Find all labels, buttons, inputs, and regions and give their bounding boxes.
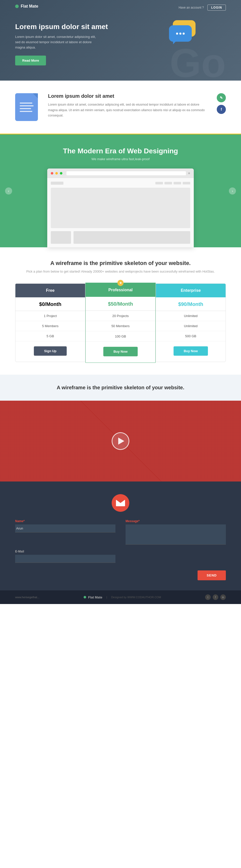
- browser-dot-yellow: [55, 172, 58, 175]
- mock-nav-item-2: [164, 182, 172, 184]
- feature-title: Lorem ipsum dolor sit amet: [48, 93, 207, 99]
- mock-logo: [51, 182, 63, 185]
- form-group-message: Message*: [125, 519, 226, 545]
- mock-nav-item-1: [155, 182, 163, 184]
- pricing-row-ent-2: Unlimited: [156, 321, 225, 331]
- form-group-email: E-Mail: [15, 550, 116, 563]
- hero-description: Lorem ipsum dolor sit amet, consectetur …: [15, 34, 96, 50]
- footer: www.herisegethat... Flat Mate | Designed…: [0, 590, 241, 604]
- social-facebook-icon[interactable]: f: [213, 594, 218, 600]
- play-icon: [118, 437, 124, 444]
- wireframe-next-button[interactable]: ›: [229, 187, 236, 194]
- pricing-title: A wireframe is the primitive skeleton of…: [15, 260, 226, 267]
- pricing-price-enterprise: $90/Month: [156, 297, 225, 311]
- pricing-row-pro-3: 100 GB: [86, 332, 155, 342]
- email-label: E-Mail: [15, 550, 116, 553]
- logo-text: Flat Mate: [21, 4, 38, 8]
- navbar-account-text: Have an account ?: [179, 6, 204, 9]
- feature-icon-fold: [33, 93, 38, 98]
- feature-icon: [15, 93, 38, 121]
- pricing-row-free-2: 5 Members: [16, 321, 85, 331]
- browser-plus-icon[interactable]: +: [188, 171, 190, 176]
- footer-right-text: Designed by WWW.CODAUTHOR.COM: [111, 596, 161, 599]
- testimonial-text: A wireframe is the primitive skeleton of…: [15, 385, 226, 391]
- pricing-header-enterprise: Enterprise: [156, 284, 225, 297]
- feature-fb-button[interactable]: f: [217, 105, 226, 114]
- mock-sidebar-row: [51, 231, 190, 244]
- pricing-row-pro-2: 50 Members: [86, 321, 155, 332]
- hero-bg-text: Go: [170, 43, 226, 81]
- browser-dot-green: [60, 172, 62, 175]
- video-section: [0, 401, 241, 482]
- feature-section: Lorem ipsum dolor sit amet Lorem ipsum d…: [0, 81, 241, 134]
- pricing-card-enterprise: Enterprise $90/Month Unlimited Unlimited…: [156, 283, 226, 362]
- mail-circle: [112, 494, 129, 512]
- pricing-btn-enterprise[interactable]: Buy Now: [174, 346, 208, 356]
- footer-left-text: www.herisegethat...: [15, 596, 39, 599]
- mock-main-content: [73, 231, 190, 244]
- footer-divider: |: [107, 596, 107, 599]
- feature-line-2: [20, 105, 34, 106]
- pricing-row-ent-1: Unlimited: [156, 311, 225, 321]
- pricing-row-pro-1: 20 Projects: [86, 311, 155, 321]
- contact-mail-icon: [15, 494, 226, 512]
- feature-actions: ✎ f: [217, 93, 226, 114]
- pricing-cards: Free $0/Month 1 Project 5 Members 5 GB S…: [15, 283, 226, 362]
- name-input[interactable]: [15, 524, 116, 532]
- navbar: Have an account ? LOGIN: [179, 4, 226, 10]
- chat-bubble-blue: [169, 25, 192, 42]
- message-label: Message*: [125, 519, 226, 523]
- feature-line-4: [20, 111, 32, 112]
- browser-dot-red: [51, 172, 53, 175]
- login-button[interactable]: LOGIN: [207, 4, 226, 10]
- feature-icon-lines: [20, 102, 34, 112]
- logo-dot: [15, 4, 19, 8]
- pricing-price-free: $0/Month: [16, 297, 85, 311]
- browser-address-bar[interactable]: [66, 171, 186, 175]
- pricing-section: A wireframe is the primitive skeleton of…: [0, 247, 241, 375]
- browser-nav-mock: [51, 182, 190, 185]
- feature-line-3: [20, 108, 31, 109]
- mock-nav-item-3: [174, 182, 181, 184]
- footer-social: t f in: [205, 594, 226, 600]
- feature-description: Lorem ipsum dolor sit amet, consectetur …: [48, 102, 207, 118]
- wireframe-subtitle: We make wireframe ultra fast,leak-proof: [15, 157, 226, 161]
- pricing-row-free-3: 5 GB: [16, 331, 85, 341]
- featured-badge: ★: [118, 280, 123, 286]
- feature-text: Lorem ipsum dolor sit amet Lorem ipsum d…: [48, 93, 207, 118]
- footer-center: Flat Mate | Designed by WWW.CODAUTHOR.CO…: [84, 595, 161, 599]
- pricing-card-free: Free $0/Month 1 Project 5 Members 5 GB S…: [15, 283, 85, 362]
- name-required: *: [24, 519, 25, 523]
- mock-content-area: [51, 188, 190, 228]
- message-input[interactable]: [125, 524, 226, 545]
- feature-line-1: [20, 102, 32, 103]
- hero-section: Flat Mate Have an account ? LOGIN Lorem …: [0, 0, 241, 81]
- send-button[interactable]: SEND: [198, 570, 226, 580]
- pricing-price-professional: $50/Month: [86, 297, 155, 311]
- pricing-btn-professional[interactable]: Buy Now: [103, 347, 138, 356]
- send-row: SEND: [15, 570, 226, 580]
- contact-form: Name* Message* E-Mail SEND: [15, 519, 226, 580]
- pricing-subtitle: Pick a plan from below to get started! A…: [15, 269, 226, 274]
- hero-cta-button[interactable]: Read More: [15, 56, 46, 65]
- pricing-row-free-1: 1 Project: [16, 311, 85, 321]
- wireframe-prev-button[interactable]: ‹: [5, 187, 12, 194]
- feature-edit-button[interactable]: ✎: [217, 93, 226, 102]
- hero-chat-icon: [168, 20, 201, 43]
- footer-logo-text: Flat Mate: [88, 595, 102, 599]
- pricing-row-ent-3: 500 GB: [156, 331, 225, 341]
- message-required: *: [139, 519, 140, 523]
- browser-mockup: +: [47, 168, 194, 247]
- mock-nav-item-4: [183, 182, 190, 184]
- pricing-btn-free[interactable]: Sign Up: [34, 346, 66, 356]
- play-button[interactable]: [112, 432, 129, 450]
- social-linkedin-icon[interactable]: in: [220, 594, 226, 600]
- form-group-name: Name*: [15, 519, 116, 545]
- browser-body: [47, 178, 194, 247]
- email-input[interactable]: [15, 555, 116, 563]
- logo: Flat Mate: [15, 4, 38, 8]
- social-twitter-icon[interactable]: t: [205, 594, 211, 600]
- testimonial-section: A wireframe is the primitive skeleton of…: [0, 375, 241, 401]
- pricing-card-professional: ★ Professional $50/Month 20 Projects 50 …: [85, 283, 156, 363]
- name-label: Name*: [15, 519, 116, 523]
